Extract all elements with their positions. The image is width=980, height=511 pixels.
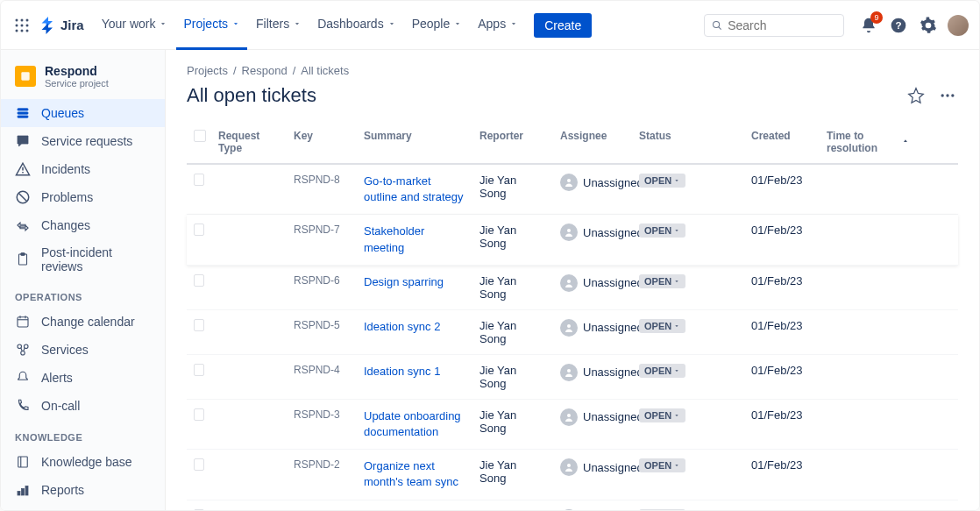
col-type[interactable]: Request Type — [211, 126, 287, 158]
jira-logo[interactable]: Jira — [39, 17, 84, 34]
col-created[interactable]: Created — [744, 126, 820, 158]
reports-icon — [15, 482, 31, 498]
ticket-key[interactable]: RSPND-6 — [294, 274, 340, 287]
sidebar-item-queues[interactable]: Queues — [1, 99, 165, 127]
sidebar-item-on-call[interactable]: On-call — [1, 392, 165, 420]
ticket-summary-link[interactable]: Stakeholder meeting — [364, 224, 465, 255]
table-row[interactable]: RSPND-3 Update onboarding documentation … — [187, 400, 958, 450]
svg-line-29 — [24, 348, 25, 351]
status-badge[interactable]: OPEN — [639, 319, 685, 333]
breadcrumb-item[interactable]: Projects — [187, 64, 228, 77]
select-all-checkbox[interactable] — [194, 130, 206, 142]
sidebar-item-services[interactable]: Services — [1, 336, 165, 364]
col-resolution[interactable]: Time to resolution — [820, 126, 916, 158]
sidebar-item-changes[interactable]: Changes — [1, 211, 165, 239]
ticket-summary-link[interactable]: Design sparring — [364, 274, 444, 290]
status-badge[interactable]: OPEN — [639, 509, 685, 511]
help-icon[interactable]: ? — [888, 15, 909, 36]
search-box[interactable] — [704, 14, 844, 37]
sidebar-item-problems[interactable]: Problems — [1, 183, 165, 211]
assignee-avatar — [560, 509, 578, 511]
status-badge[interactable]: OPEN — [639, 458, 685, 472]
ticket-key[interactable]: RSPND-1 — [294, 509, 340, 511]
nav-item-projects[interactable]: Projects — [176, 1, 247, 50]
breadcrumb-item[interactable]: All tickets — [301, 64, 349, 77]
project-header[interactable]: Respond Service project — [1, 64, 165, 99]
ticket-summary-link[interactable]: Review Q3 milestones — [364, 509, 465, 511]
nav-item-your-work[interactable]: Your work — [95, 1, 175, 50]
table-row[interactable]: RSPND-1 Review Q3 milestones Jie Yan Son… — [187, 500, 958, 511]
status-badge[interactable]: OPEN — [639, 408, 685, 422]
ticket-summary-link[interactable]: Go-to-market outline and strategy — [364, 174, 465, 205]
row-checkbox[interactable] — [194, 509, 204, 511]
row-checkbox[interactable] — [194, 319, 204, 331]
ticket-summary-link[interactable]: Ideation sync 1 — [364, 364, 440, 380]
ticket-key[interactable]: RSPND-3 — [294, 408, 340, 421]
status-badge[interactable]: OPEN — [639, 224, 685, 238]
ticket-summary-link[interactable]: Ideation sync 2 — [364, 319, 440, 335]
nav-item-filters[interactable]: Filters — [249, 1, 309, 50]
col-summary[interactable]: Summary — [357, 126, 472, 158]
row-checkbox[interactable] — [194, 458, 204, 471]
star-icon[interactable] — [905, 85, 927, 106]
chat-icon — [15, 133, 31, 149]
breadcrumb-item[interactable]: Respond — [242, 64, 288, 77]
nav-item-apps[interactable]: Apps — [471, 1, 525, 50]
row-checkbox[interactable] — [194, 174, 204, 186]
row-checkbox[interactable] — [194, 364, 204, 376]
svg-rect-20 — [21, 253, 25, 256]
ticket-key[interactable]: RSPND-7 — [294, 224, 340, 236]
ticket-summary-link[interactable]: Update onboarding documentation — [364, 408, 465, 440]
nav-item-people[interactable]: People — [405, 1, 470, 50]
table-row[interactable]: RSPND-2 Organize next month's team sync … — [187, 450, 958, 500]
created-date: 01/Feb/23 — [744, 364, 820, 377]
sidebar-item-service-requests[interactable]: Service requests — [1, 127, 165, 155]
sidebar-item-knowledge-base[interactable]: Knowledge base — [1, 448, 165, 476]
ticket-key[interactable]: RSPND-4 — [294, 364, 340, 376]
status-badge[interactable]: OPEN — [639, 364, 685, 378]
ticket-key[interactable]: RSPND-5 — [294, 319, 340, 331]
svg-point-40 — [567, 280, 571, 283]
reporter-name: Jie Yan Song — [472, 408, 553, 435]
svg-rect-33 — [22, 489, 25, 496]
svg-point-44 — [567, 464, 571, 467]
col-assignee[interactable]: Assignee — [553, 126, 632, 158]
table-row[interactable]: RSPND-7 Stakeholder meeting Jie Yan Song… — [187, 215, 958, 265]
svg-rect-15 — [18, 112, 28, 114]
chevron-down-icon — [453, 19, 462, 28]
profile-avatar[interactable] — [948, 15, 969, 36]
row-checkbox[interactable] — [194, 408, 204, 421]
svg-point-3 — [16, 24, 18, 26]
create-button[interactable]: Create — [534, 13, 592, 38]
col-reporter[interactable]: Reporter — [472, 126, 553, 158]
row-checkbox[interactable] — [194, 274, 204, 287]
settings-icon[interactable] — [918, 15, 939, 36]
nav-item-dashboards[interactable]: Dashboards — [310, 1, 403, 50]
table-row[interactable]: RSPND-4 Ideation sync 1 Jie Yan Song Una… — [187, 355, 958, 400]
notifications-icon[interactable]: 9 — [858, 15, 879, 36]
app-switcher-icon[interactable] — [11, 15, 32, 36]
sidebar-item-post-incident-reviews[interactable]: Post-incident reviews — [1, 239, 165, 280]
table-row[interactable]: RSPND-6 Design sparring Jie Yan Song Una… — [187, 266, 958, 310]
ticket-key[interactable]: RSPND-2 — [294, 458, 340, 471]
table-row[interactable]: RSPND-8 Go-to-market outline and strateg… — [187, 165, 958, 215]
more-icon[interactable] — [937, 85, 958, 106]
ticket-summary-link[interactable]: Organize next month's team sync — [364, 458, 465, 490]
status-badge[interactable]: OPEN — [639, 274, 685, 288]
sidebar-item-change-calendar[interactable]: Change calendar — [1, 308, 165, 336]
status-badge[interactable]: OPEN — [639, 174, 685, 188]
svg-rect-34 — [25, 486, 28, 496]
row-checkbox[interactable] — [194, 224, 204, 236]
search-input[interactable] — [728, 18, 836, 32]
sidebar-item-alerts[interactable]: Alerts — [1, 364, 165, 392]
sidebar-item-incidents[interactable]: Incidents — [1, 155, 165, 183]
table-row[interactable]: RSPND-5 Ideation sync 2 Jie Yan Song Una… — [187, 310, 958, 355]
brand-label: Jira — [60, 18, 84, 32]
svg-line-18 — [19, 194, 27, 202]
col-status[interactable]: Status — [632, 126, 744, 158]
svg-rect-13 — [21, 72, 29, 80]
table-header: Request Type Key Summary Reporter Assign… — [187, 121, 958, 165]
sidebar-item-reports[interactable]: Reports — [1, 476, 165, 504]
ticket-key[interactable]: RSPND-8 — [294, 174, 340, 186]
col-key[interactable]: Key — [287, 126, 357, 158]
